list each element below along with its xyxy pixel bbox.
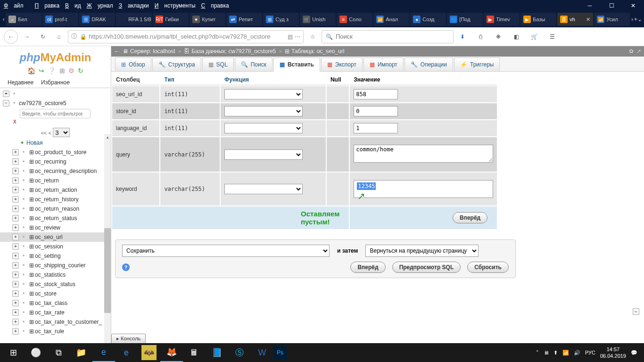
tab-close-icon[interactable]: ✕ xyxy=(586,16,590,23)
url-input[interactable] xyxy=(89,33,286,40)
sidebar-table-item[interactable]: +•⊞oc_return xyxy=(0,176,111,185)
recent-tab[interactable]: Недавнее xyxy=(4,77,37,88)
home-button[interactable]: ⌂ xyxy=(52,30,66,44)
menu-view[interactable]: Вид xyxy=(65,2,81,9)
browser-tab[interactable]: ▶Базы xyxy=(520,13,556,26)
value-textarea[interactable]: common/home xyxy=(354,145,493,163)
browser-tab[interactable]: ●Созд xyxy=(410,13,446,26)
new-tab-button[interactable]: + xyxy=(634,13,637,26)
tray-up-icon[interactable]: ˄ xyxy=(536,350,539,356)
plus-icon[interactable]: + xyxy=(12,187,19,193)
sql-icon[interactable]: ⊞ xyxy=(59,67,65,74)
sidebar-table-item[interactable]: +•⊞oc_tax_rate xyxy=(0,308,111,317)
tab-scroll-right[interactable]: › xyxy=(630,13,634,26)
plus-icon[interactable]: + xyxy=(12,272,19,278)
sidebar-table-item[interactable]: +•⊞oc_stock_status xyxy=(0,280,111,289)
db-tree-item[interactable]: − • cw79278_ocstore5 xyxy=(0,99,111,108)
menu-edit[interactable]: Правка xyxy=(35,2,60,9)
plus-icon[interactable]: + xyxy=(12,243,19,250)
search-bar[interactable]: 🔍 xyxy=(322,30,454,43)
tray-notifications-icon[interactable]: 💬 xyxy=(631,350,637,356)
pma-tab-Структура[interactable]: 🔧Структура xyxy=(152,58,201,71)
bc-db-value[interactable]: cw79278_ocstore5 xyxy=(229,48,276,55)
sidebar-table-item[interactable]: +•⊞oc_setting xyxy=(0,251,111,261)
value-input[interactable] xyxy=(354,89,398,99)
browser-tab[interactable]: 📶Усил xyxy=(594,13,630,26)
calculator-icon[interactable]: 🖩 xyxy=(183,343,206,362)
browser-tab[interactable]: 🌐[Под xyxy=(447,13,483,26)
downloads-button[interactable]: ⬇ xyxy=(455,30,470,44)
plus-icon[interactable]: + xyxy=(12,328,19,335)
url-bar[interactable]: ⓘ 🔒 ▤ ⋯ xyxy=(68,30,304,43)
plus-icon[interactable]: + xyxy=(12,215,19,222)
task-view-button[interactable]: ⧉ xyxy=(47,343,70,362)
plus-icon[interactable]: + xyxy=(12,290,19,297)
value-input[interactable] xyxy=(354,106,398,116)
browser-tab[interactable]: 🛒Unish xyxy=(300,13,336,26)
sidebar-table-item[interactable]: +•⊞oc_tax_rule xyxy=(0,327,111,336)
tray-volume-icon[interactable]: 🔊 xyxy=(574,350,580,356)
tabs-dropdown[interactable]: ⌄ xyxy=(637,13,642,26)
value-textarea[interactable]: 12345 xyxy=(354,180,493,198)
edge-icon[interactable]: e xyxy=(92,343,115,362)
sidebar-table-item[interactable]: +•⊞oc_recurring_description xyxy=(0,166,111,176)
photoshop-icon[interactable]: Ps xyxy=(273,346,287,359)
function-select[interactable] xyxy=(224,89,303,99)
table-filter-input[interactable] xyxy=(20,109,91,118)
sidebar-table-item[interactable]: +•⊞oc_recurring xyxy=(0,157,111,166)
browser-tab[interactable]: ⊞Суд з xyxy=(263,13,299,26)
plus-icon[interactable]: + xyxy=(12,281,19,288)
sidebar-table-item[interactable]: +•⊞oc_return_reason xyxy=(0,204,111,214)
tray-network-icon[interactable]: ⬆ xyxy=(553,350,558,356)
plus-icon[interactable]: + xyxy=(12,319,19,325)
function-select[interactable] xyxy=(224,123,303,133)
plus-icon[interactable]: + xyxy=(12,253,19,259)
browser-tab[interactable]: ≡Соло xyxy=(337,13,372,26)
app-icon-1[interactable]: 🦇 xyxy=(141,345,157,360)
page-pin-icon[interactable]: ↗ xyxy=(636,48,641,55)
word-icon[interactable]: W xyxy=(251,343,273,362)
reload-button[interactable]: ↻ xyxy=(36,30,50,44)
pma-tab-Операции[interactable]: 🔧Операции xyxy=(405,58,453,71)
bc-table-value[interactable]: oc_seo_url xyxy=(317,48,345,55)
browser-tab[interactable]: RFA 1 5/8 xyxy=(116,13,152,26)
save-action-select[interactable]: Сохранить xyxy=(122,245,330,257)
tray-wifi-icon[interactable]: 📶 xyxy=(562,350,569,356)
tab-scroll-left[interactable]: ‹ xyxy=(2,13,5,26)
scroll-up-button[interactable]: ▴ xyxy=(104,134,111,140)
menu-bookmarks[interactable]: Закладки xyxy=(119,2,149,9)
reset-button[interactable]: Сбросить xyxy=(467,262,509,273)
plus-icon[interactable]: + xyxy=(12,196,19,203)
function-select[interactable] xyxy=(224,149,303,160)
plus-icon[interactable]: + xyxy=(12,168,19,174)
go-button[interactable]: Вперёд xyxy=(453,212,487,223)
db-tree-item-cut[interactable]: + • xyxy=(0,89,111,99)
reload-nav-icon[interactable]: ↻ xyxy=(78,67,83,74)
sidebar-table-item[interactable]: +•⊞oc_tax_class xyxy=(0,298,111,308)
sidebar-table-item[interactable]: +•⊞oc_return_status xyxy=(0,214,111,223)
function-select[interactable] xyxy=(224,184,303,194)
url-more-icon[interactable]: ⋯ xyxy=(295,33,300,40)
menu-tools[interactable]: Инструменты xyxy=(155,2,196,9)
page-settings-icon[interactable]: ✿ xyxy=(629,48,634,55)
pma-tab-Экспорт[interactable]: ▦Экспорт xyxy=(321,58,363,71)
sidebar-table-item[interactable]: +•⊞oc_return_action xyxy=(0,185,111,195)
sidebar-table-item[interactable]: +•⊞oc_seo_url xyxy=(0,232,111,242)
breadcrumb-toggle[interactable]: ← xyxy=(114,48,120,55)
th-type[interactable]: Тип xyxy=(160,74,220,85)
back-button[interactable]: ← xyxy=(4,30,18,44)
plus-icon[interactable]: + xyxy=(12,309,19,316)
plus-icon[interactable]: + xyxy=(12,262,19,269)
function-select[interactable] xyxy=(224,106,303,116)
browser-tab[interactable]: ⬦Бел xyxy=(6,13,41,26)
sidebar-scrollbar[interactable]: ▴ ▾ xyxy=(104,134,111,343)
addon-icon[interactable]: ❋ xyxy=(491,30,505,44)
pma-logo[interactable]: phpMyAdmin xyxy=(0,46,111,66)
tray-lang[interactable]: РУС xyxy=(585,350,595,355)
firefox-icon[interactable]: 🦊 xyxy=(160,343,183,362)
notepad-icon[interactable]: 📘 xyxy=(206,343,228,362)
skype-icon[interactable]: Ⓢ xyxy=(228,343,251,362)
sidebar-icon[interactable]: ◧ xyxy=(509,30,523,44)
sidebar-table-item[interactable]: +•⊞oc_statistics xyxy=(0,270,111,280)
scrollbar-thumb[interactable] xyxy=(104,228,111,313)
